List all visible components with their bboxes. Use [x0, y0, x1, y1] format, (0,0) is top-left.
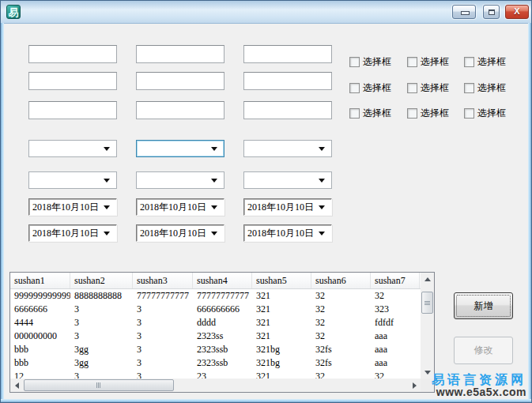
combo-box-5[interactable] — [136, 171, 224, 189]
column-header-sushan5[interactable]: sushan5 — [252, 273, 311, 288]
text-field-1[interactable] — [28, 45, 117, 63]
close-button[interactable]: X — [505, 5, 529, 19]
text-field-3[interactable] — [243, 45, 332, 63]
date-picker-6[interactable]: 2018年10月10日 — [243, 224, 332, 242]
scroll-up-button[interactable] — [421, 273, 434, 285]
combo-box-4[interactable] — [28, 171, 117, 189]
horizontal-scrollbar[interactable] — [10, 379, 421, 392]
checkbox-2[interactable]: 选择框 — [407, 55, 449, 68]
app-icon: 易 — [6, 5, 21, 19]
vertical-scrollbar[interactable] — [421, 273, 434, 379]
checkbox-7[interactable]: 选择框 — [349, 107, 391, 119]
chevron-down-icon — [211, 147, 217, 151]
checkbox-label: 选择框 — [421, 81, 449, 95]
table-cell: 32 — [371, 370, 420, 379]
table-cell: 2323ssb — [193, 356, 252, 370]
arrow-down-icon — [424, 371, 431, 375]
arrow-left-icon — [15, 382, 19, 389]
text-field-5[interactable] — [136, 72, 224, 90]
checkbox-box-icon — [464, 83, 474, 93]
date-value: 2018年10月10日 — [29, 227, 104, 240]
text-field-7[interactable] — [28, 101, 117, 119]
text-field-6[interactable] — [243, 72, 332, 90]
table-cell: 3gg — [70, 356, 133, 370]
window-border-left — [1, 23, 4, 402]
combo-box-3[interactable] — [243, 140, 332, 157]
table-cell: 32fs — [311, 343, 371, 356]
combo-box-6[interactable] — [243, 171, 332, 189]
date-picker-2[interactable]: 2018年10月10日 — [136, 198, 224, 216]
text-field-8[interactable] — [136, 101, 224, 119]
table-cell: 77777777777 — [193, 289, 252, 303]
date-value: 2018年10月10日 — [244, 201, 319, 214]
checkbox-3[interactable]: 选择框 — [464, 55, 506, 68]
date-picker-5[interactable]: 2018年10月10日 — [136, 224, 224, 242]
chevron-down-icon — [104, 179, 110, 183]
column-header-sushan4[interactable]: sushan4 — [193, 273, 252, 288]
table-cell: 321 — [252, 289, 311, 303]
table-row[interactable]: 444433dddd32132fdfdf — [10, 316, 421, 330]
date-picker-4[interactable]: 2018年10月10日 — [28, 224, 117, 242]
date-picker-3[interactable]: 2018年10月10日 — [243, 198, 332, 216]
checkbox-label: 选择框 — [477, 55, 506, 69]
table-row[interactable]: bbb3gg32323ssb321bg32fsaaa — [10, 343, 421, 356]
checkbox-box-icon — [349, 108, 360, 119]
checkbox-label: 选择框 — [421, 107, 449, 120]
checkbox-4[interactable]: 选择框 — [349, 81, 391, 94]
table-header: sushan1sushan2sushan3sushan4sushan5susha… — [10, 273, 421, 289]
table-row[interactable]: 000000000332323ss32132aaa — [10, 330, 421, 343]
modify-button[interactable]: 修改 — [454, 337, 513, 364]
table-cell: 666666666 — [193, 303, 252, 316]
table-row[interactable]: 1233233213232 — [10, 370, 421, 379]
checkbox-8[interactable]: 选择框 — [407, 107, 449, 119]
titlebar[interactable]: 易 X — [1, 1, 531, 24]
window-controls: X — [452, 5, 529, 19]
table-cell: 23 — [193, 370, 252, 379]
checkbox-1[interactable]: 选择框 — [349, 55, 391, 68]
table-cell: 000000000 — [10, 330, 70, 343]
column-header-sushan7[interactable]: sushan7 — [371, 273, 420, 288]
table-cell: 3 — [70, 330, 133, 343]
table-cell: 3 — [133, 356, 193, 370]
column-header-sushan3[interactable]: sushan3 — [133, 273, 193, 288]
add-button[interactable]: 新增 — [454, 292, 513, 319]
combo-box-2[interactable] — [136, 140, 224, 157]
table-cell: 3gg — [70, 343, 133, 356]
scroll-left-button[interactable] — [10, 379, 23, 392]
scroll-right-button[interactable] — [408, 379, 421, 392]
app-window: 易 X 选择框选择框选择框选择框选择框选择框选择框选择框选择框2018年10月1… — [0, 0, 532, 403]
table-row[interactable]: bbb3gg32323ssb321bg32fsaaa — [10, 356, 421, 370]
date-value: 2018年10月10日 — [137, 227, 211, 240]
chevron-down-icon — [211, 232, 217, 235]
date-value: 2018年10月10日 — [244, 227, 319, 240]
text-field-2[interactable] — [136, 45, 224, 63]
horizontal-scroll-thumb[interactable] — [24, 379, 174, 391]
checkbox-box-icon — [464, 57, 474, 67]
maximize-button[interactable] — [483, 5, 500, 19]
checkbox-9[interactable]: 选择框 — [464, 107, 506, 119]
table-cell: 321 — [252, 303, 311, 316]
checkbox-box-icon — [349, 57, 360, 67]
column-header-sushan2[interactable]: sushan2 — [70, 273, 133, 288]
minimize-button[interactable] — [452, 5, 476, 19]
arrow-up-icon — [424, 277, 431, 281]
checkbox-label: 选择框 — [421, 55, 449, 69]
checkbox-6[interactable]: 选择框 — [464, 81, 506, 94]
vertical-scroll-thumb[interactable] — [421, 292, 433, 314]
table-cell: aaa — [371, 330, 420, 343]
date-picker-1[interactable]: 2018年10月10日 — [28, 198, 117, 216]
column-header-sushan1[interactable]: sushan1 — [10, 273, 70, 288]
text-field-4[interactable] — [28, 72, 117, 90]
table-cell: 77777777777 — [133, 289, 193, 303]
chevron-down-icon — [211, 179, 217, 183]
checkbox-5[interactable]: 选择框 — [407, 81, 449, 94]
table-cell: 3 — [70, 370, 133, 379]
table-row[interactable]: 66666663366666666632132323 — [10, 303, 421, 316]
column-header-sushan6[interactable]: sushan6 — [311, 273, 371, 288]
combo-box-1[interactable] — [28, 140, 117, 157]
chevron-down-icon — [319, 232, 325, 235]
text-field-9[interactable] — [243, 101, 332, 119]
table-cell: 3 — [133, 303, 193, 316]
checkbox-label: 选择框 — [363, 81, 391, 95]
table-row[interactable]: 9999999999998888888888777777777777777777… — [10, 289, 421, 303]
